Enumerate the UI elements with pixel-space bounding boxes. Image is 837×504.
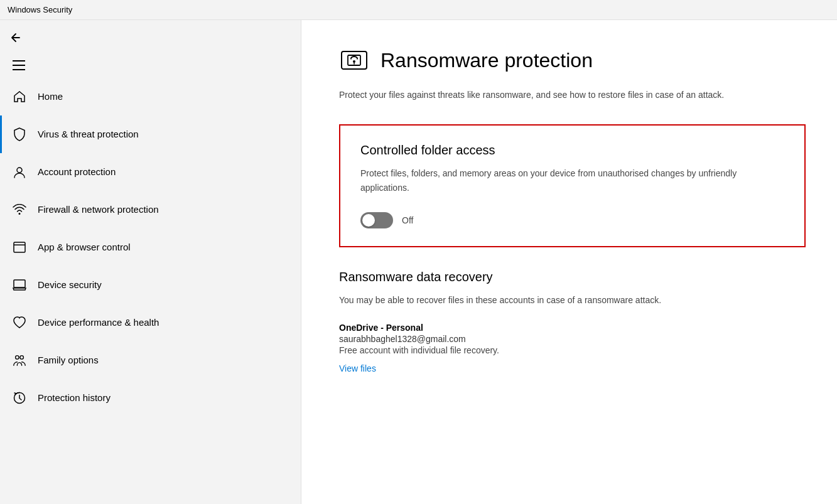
history-icon <box>13 391 26 405</box>
sidebar-item-family-label: Family options <box>38 354 99 367</box>
recovery-section-title: Ransomware data recovery <box>339 270 806 284</box>
sidebar-item-family[interactable]: Family options <box>0 341 301 379</box>
heart-icon <box>13 316 26 330</box>
title-bar: Windows Security <box>0 0 837 20</box>
sidebar-top-controls <box>0 20 301 78</box>
recovery-description: You may be able to recover files in thes… <box>339 293 779 307</box>
sidebar: Home Virus & threat protection Account p… <box>0 20 301 504</box>
onedrive-email: saurabhbaghel1328@gmail.com <box>339 334 806 344</box>
sidebar-item-home-label: Home <box>38 90 63 103</box>
sidebar-item-account[interactable]: Account protection <box>0 153 301 191</box>
svg-point-6 <box>20 356 23 360</box>
svg-rect-4 <box>14 280 25 287</box>
hamburger-button[interactable] <box>10 58 30 73</box>
ransomware-icon <box>339 45 369 75</box>
back-button[interactable] <box>10 28 30 48</box>
sidebar-item-app-browser[interactable]: App & browser control <box>0 228 301 266</box>
sidebar-item-device-security-label: Device security <box>38 279 102 291</box>
view-files-link[interactable]: View files <box>339 363 376 373</box>
card-title: Controlled folder access <box>360 143 784 158</box>
svg-point-0 <box>17 168 22 173</box>
hamburger-line <box>13 65 25 66</box>
toggle-row: Off <box>360 212 784 228</box>
controlled-folder-access-card: Controlled folder access Protect files, … <box>339 124 806 247</box>
browser-icon <box>13 240 26 254</box>
sidebar-item-virus-label: Virus & threat protection <box>38 128 139 141</box>
sidebar-item-firewall-label: Firewall & network protection <box>38 203 159 216</box>
laptop-icon <box>13 278 26 292</box>
sidebar-item-home[interactable]: Home <box>0 78 301 115</box>
controlled-access-toggle[interactable] <box>360 212 393 228</box>
shield-icon <box>13 127 26 141</box>
sidebar-item-device-performance[interactable]: Device performance & health <box>0 304 301 341</box>
svg-rect-2 <box>14 242 25 252</box>
card-description: Protect files, folders, and memory areas… <box>360 166 784 195</box>
family-icon <box>13 353 26 367</box>
home-icon <box>13 90 26 104</box>
onedrive-name: OneDrive - Personal <box>339 323 806 333</box>
sidebar-item-firewall[interactable]: Firewall & network protection <box>0 191 301 228</box>
sidebar-item-virus-threat[interactable]: Virus & threat protection <box>0 115 301 153</box>
person-icon <box>13 165 26 179</box>
sidebar-item-account-label: Account protection <box>38 166 116 178</box>
sidebar-item-device-security[interactable]: Device security <box>0 266 301 304</box>
onedrive-block: OneDrive - Personal saurabhbaghel1328@gm… <box>339 323 806 374</box>
svg-rect-3 <box>14 245 25 246</box>
sidebar-item-history[interactable]: Protection history <box>0 379 301 417</box>
toggle-label: Off <box>402 215 413 225</box>
svg-point-1 <box>19 213 21 215</box>
page-header: Ransomware protection <box>339 45 806 75</box>
sidebar-item-performance-label: Device performance & health <box>38 316 159 329</box>
hamburger-line <box>13 69 25 70</box>
main-layout: Home Virus & threat protection Account p… <box>0 20 837 504</box>
sidebar-item-history-label: Protection history <box>38 392 111 404</box>
page-title: Ransomware protection <box>381 49 593 72</box>
app-title: Windows Security <box>8 5 72 14</box>
onedrive-info: Free account with individual file recove… <box>339 345 806 355</box>
wifi-icon <box>13 203 26 217</box>
main-content: Ransomware protection Protect your files… <box>301 20 837 504</box>
page-description: Protect your files against threats like … <box>339 88 806 102</box>
svg-point-5 <box>16 356 19 360</box>
sidebar-item-app-label: App & browser control <box>38 241 131 254</box>
hamburger-line <box>13 60 25 62</box>
